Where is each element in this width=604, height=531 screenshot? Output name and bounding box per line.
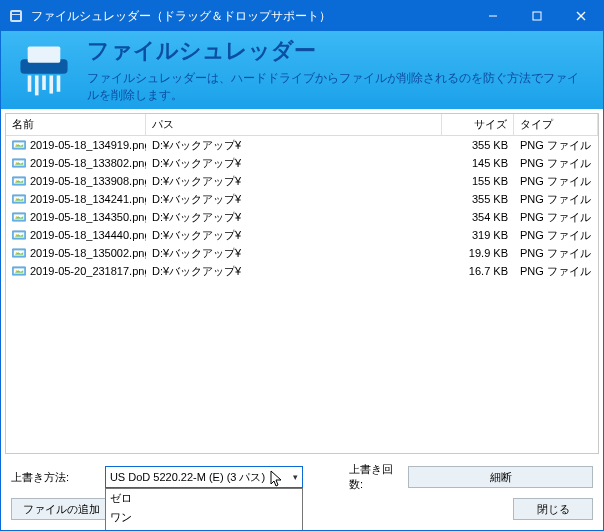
cell-name: 2019-05-18_134440.png xyxy=(6,226,146,244)
banner-subtitle: ファイルシュレッダーは、ハードドライブからファイルが削除されるのを防ぐ方法でファ… xyxy=(87,70,589,104)
shred-button[interactable]: 細断 xyxy=(408,466,593,488)
column-header-name[interactable]: 名前 xyxy=(6,114,146,135)
shredder-icon xyxy=(15,41,73,99)
cell-name: 2019-05-18_135002.png xyxy=(6,244,146,262)
svg-rect-10 xyxy=(35,75,39,95)
svg-rect-1 xyxy=(12,12,20,14)
cell-name: 2019-05-18_133802.png xyxy=(6,154,146,172)
maximize-button[interactable] xyxy=(515,1,559,31)
svg-rect-8 xyxy=(28,46,61,62)
close-button[interactable]: 閉じる xyxy=(513,498,593,520)
list-header: 名前 パス サイズ タイプ xyxy=(6,114,598,136)
table-row[interactable]: 2019-05-18_135002.pngD:¥バックアップ¥19.9 KBPN… xyxy=(6,244,598,262)
cell-size: 355 KB xyxy=(442,190,514,208)
cell-size: 354 KB xyxy=(442,208,514,226)
overwrite-count-label: 上書き回数: xyxy=(349,462,402,492)
column-header-type[interactable]: タイプ xyxy=(514,114,598,135)
table-row[interactable]: 2019-05-18_133908.pngD:¥バックアップ¥155 KBPNG… xyxy=(6,172,598,190)
app-window: ファイルシュレッダー（ドラッグ＆ドロップサポート） ファイルシュレッダー ファイ… xyxy=(0,0,604,531)
add-file-button[interactable]: ファイルの追加 xyxy=(11,498,111,520)
column-header-path[interactable]: パス xyxy=(146,114,442,135)
app-icon xyxy=(7,7,25,25)
content-area: 名前 パス サイズ タイプ 2019-05-18_134919.pngD:¥バッ… xyxy=(1,109,603,530)
table-row[interactable]: 2019-05-18_133802.pngD:¥バックアップ¥145 KBPNG… xyxy=(6,154,598,172)
cell-name: 2019-05-18_133908.png xyxy=(6,172,146,190)
list-body[interactable]: 2019-05-18_134919.pngD:¥バックアップ¥355 KBPNG… xyxy=(6,136,598,453)
overwrite-method-select[interactable]: US DoD 5220.22-M (E) (3 パス) ▾ xyxy=(105,466,303,488)
overwrite-method-value: US DoD 5220.22-M (E) (3 パス) xyxy=(110,470,265,485)
cell-path: D:¥バックアップ¥ xyxy=(146,261,442,282)
file-list: 名前 パス サイズ タイプ 2019-05-18_134919.pngD:¥バッ… xyxy=(5,113,599,454)
svg-rect-4 xyxy=(533,12,541,20)
titlebar: ファイルシュレッダー（ドラッグ＆ドロップサポート） xyxy=(1,1,603,31)
column-header-size[interactable]: サイズ xyxy=(442,114,514,135)
cell-name: 2019-05-18_134241.png xyxy=(6,190,146,208)
row-controls-1: 上書き方法: US DoD 5220.22-M (E) (3 パス) ▾ ゼロワ… xyxy=(11,462,593,492)
table-row[interactable]: 2019-05-18_134241.pngD:¥バックアップ¥355 KBPNG… xyxy=(6,190,598,208)
method-option[interactable]: 擬似ランダムデータ xyxy=(106,527,302,530)
banner: ファイルシュレッダー ファイルシュレッダーは、ハードドライブからファイルが削除さ… xyxy=(1,31,603,109)
cell-size: 355 KB xyxy=(442,136,514,154)
cell-type: PNG ファイル xyxy=(514,261,598,282)
chevron-down-icon: ▾ xyxy=(293,472,298,482)
cell-size: 16.7 KB xyxy=(442,262,514,280)
cell-name: 2019-05-20_231817.png xyxy=(6,262,146,280)
cell-size: 145 KB xyxy=(442,154,514,172)
svg-rect-11 xyxy=(42,75,46,90)
method-option[interactable]: ワン xyxy=(106,508,302,527)
cell-name: 2019-05-18_134919.png xyxy=(6,136,146,154)
table-row[interactable]: 2019-05-20_231817.pngD:¥バックアップ¥16.7 KBPN… xyxy=(6,262,598,280)
banner-text: ファイルシュレッダー ファイルシュレッダーは、ハードドライブからファイルが削除さ… xyxy=(87,36,589,104)
minimize-button[interactable] xyxy=(471,1,515,31)
cell-size: 319 KB xyxy=(442,226,514,244)
banner-title: ファイルシュレッダー xyxy=(87,36,589,66)
cursor-icon xyxy=(270,470,284,490)
overwrite-method-label: 上書き方法: xyxy=(11,470,99,485)
svg-rect-9 xyxy=(28,75,32,91)
table-row[interactable]: 2019-05-18_134350.pngD:¥バックアップ¥354 KBPNG… xyxy=(6,208,598,226)
svg-rect-12 xyxy=(49,75,53,93)
svg-rect-2 xyxy=(12,15,20,20)
method-option[interactable]: ゼロ xyxy=(106,489,302,508)
table-row[interactable]: 2019-05-18_134919.pngD:¥バックアップ¥355 KBPNG… xyxy=(6,136,598,154)
window-title: ファイルシュレッダー（ドラッグ＆ドロップサポート） xyxy=(31,8,471,25)
svg-rect-13 xyxy=(57,75,61,91)
close-window-button[interactable] xyxy=(559,1,603,31)
table-row[interactable]: 2019-05-18_134440.pngD:¥バックアップ¥319 KBPNG… xyxy=(6,226,598,244)
controls: 上書き方法: US DoD 5220.22-M (E) (3 パス) ▾ ゼロワ… xyxy=(5,454,599,526)
cell-size: 155 KB xyxy=(442,172,514,190)
overwrite-method-dropdown[interactable]: ゼロワン擬似ランダムデータRCMP (DSX) (3 パス)US DoD 522… xyxy=(105,488,303,530)
cell-name: 2019-05-18_134350.png xyxy=(6,208,146,226)
cell-size: 19.9 KB xyxy=(442,244,514,262)
